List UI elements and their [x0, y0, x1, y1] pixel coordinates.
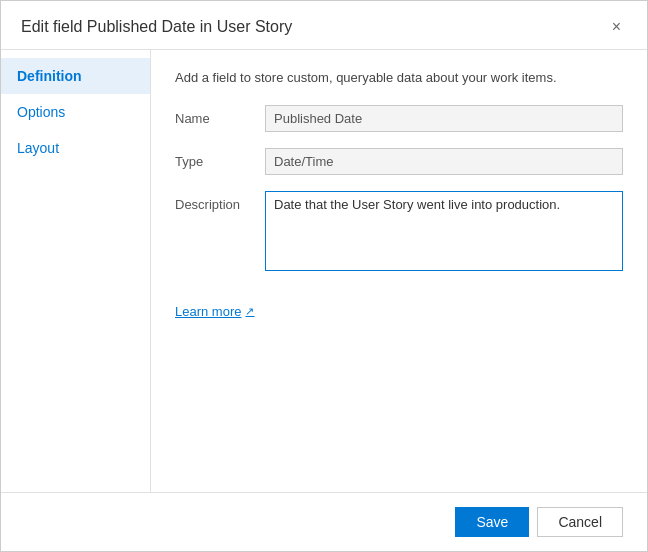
dialog-header: Edit field Published Date in User Story …: [1, 1, 647, 50]
cancel-button[interactable]: Cancel: [537, 507, 623, 537]
description-row: Description Date that the User Story wen…: [175, 191, 623, 271]
content-description: Add a field to store custom, queryable d…: [175, 70, 623, 85]
learn-more-link[interactable]: Learn more ↗: [175, 304, 254, 319]
edit-field-dialog: Edit field Published Date in User Story …: [0, 0, 648, 552]
close-button[interactable]: ×: [606, 17, 627, 37]
sidebar-item-options[interactable]: Options: [1, 94, 150, 130]
learn-more-row: Learn more ↗: [175, 303, 623, 319]
type-input[interactable]: [265, 148, 623, 175]
sidebar: Definition Options Layout: [1, 50, 151, 492]
name-row: Name: [175, 105, 623, 132]
dialog-footer: Save Cancel: [1, 492, 647, 551]
type-row: Type: [175, 148, 623, 175]
external-link-icon: ↗: [245, 305, 254, 318]
description-label: Description: [175, 191, 265, 212]
name-label: Name: [175, 105, 265, 126]
description-textarea[interactable]: Date that the User Story went live into …: [265, 191, 623, 271]
dialog-title: Edit field Published Date in User Story: [21, 18, 292, 36]
name-input[interactable]: [265, 105, 623, 132]
dialog-body: Definition Options Layout Add a field to…: [1, 50, 647, 492]
save-button[interactable]: Save: [455, 507, 529, 537]
sidebar-item-layout[interactable]: Layout: [1, 130, 150, 166]
content-area: Add a field to store custom, queryable d…: [151, 50, 647, 492]
type-label: Type: [175, 148, 265, 169]
sidebar-item-definition[interactable]: Definition: [1, 58, 150, 94]
